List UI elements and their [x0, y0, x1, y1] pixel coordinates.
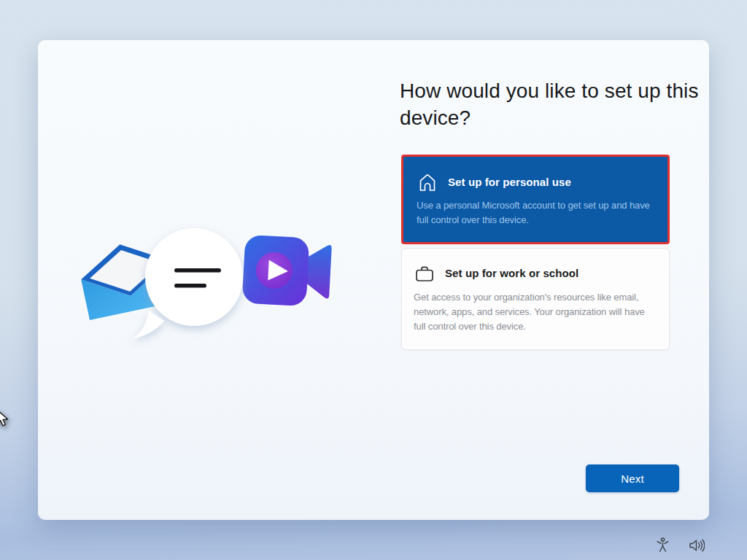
- option-description: Get access to your organization's resour…: [414, 290, 659, 334]
- option-work-or-school[interactable]: Set up for work or school Get access to …: [401, 248, 670, 350]
- home-icon: [417, 171, 438, 192]
- video-camera-icon: [242, 235, 333, 308]
- page-title: How would you like to set up this device…: [400, 77, 721, 131]
- system-tray: [656, 537, 705, 553]
- option-personal-use[interactable]: Set up for personal use Use a personal M…: [401, 155, 670, 244]
- option-title: Set up for personal use: [448, 176, 571, 188]
- volume-icon[interactable]: [689, 539, 705, 552]
- option-title: Set up for work or school: [445, 267, 578, 279]
- setup-options: Set up for personal use Use a personal M…: [401, 155, 670, 350]
- briefcase-icon: [414, 262, 436, 283]
- accessibility-icon[interactable]: [656, 537, 670, 553]
- option-description: Use a personal Microsoft account to get …: [417, 198, 654, 228]
- speech-bubble-icon: [131, 228, 243, 339]
- communication-illustration: [77, 225, 334, 353]
- next-button[interactable]: Next: [586, 464, 679, 492]
- mouse-cursor: [0, 409, 13, 428]
